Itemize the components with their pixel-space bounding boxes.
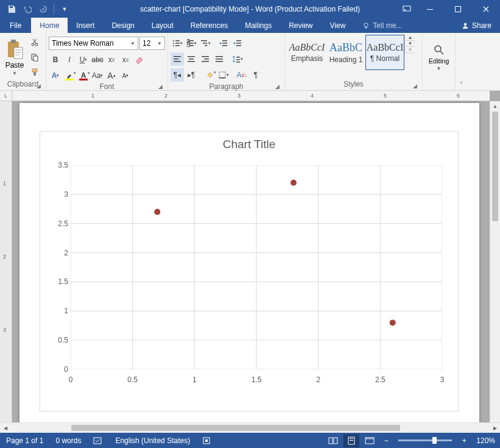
web-layout-button[interactable] — [362, 434, 378, 447]
align-center-button[interactable] — [185, 52, 198, 66]
cut-button[interactable] — [28, 36, 41, 49]
style-heading1[interactable]: AaBbC Heading 1 — [326, 35, 365, 70]
svg-rect-36 — [236, 43, 241, 44]
zoom-slider[interactable] — [398, 439, 452, 441]
increase-indent-button[interactable] — [231, 37, 244, 50]
shading-button[interactable]: ▾ — [203, 68, 216, 82]
borders-button[interactable]: ▾ — [217, 68, 230, 82]
scroll-left-button[interactable]: ◀ — [0, 423, 10, 433]
paste-button[interactable]: Paste ▼ — [2, 35, 27, 80]
zoom-in-button[interactable]: + — [458, 436, 470, 445]
font-name-select[interactable]: Times New Roman▼ — [49, 37, 138, 50]
collapse-ribbon-button[interactable]: ˄ — [456, 33, 467, 90]
minimize-button[interactable] — [416, 0, 444, 18]
shrink-font-button[interactable]: A▾ — [119, 69, 132, 82]
data-point-1 — [154, 209, 160, 215]
read-mode-button[interactable] — [325, 434, 341, 447]
style-normal[interactable]: AaBbCcI ¶ Normal — [365, 35, 404, 70]
strikethrough-button[interactable]: abc — [91, 53, 104, 66]
tab-insert[interactable]: Insert — [68, 18, 103, 33]
font-launcher[interactable]: ◢ — [157, 83, 164, 90]
style-emphasis[interactable]: AaBbCcI Emphasis — [287, 35, 326, 70]
tab-mailings[interactable]: Mailings — [236, 18, 280, 33]
tab-home[interactable]: Home — [31, 18, 68, 33]
font-name-value: Times New Roman — [52, 39, 114, 48]
superscript-button[interactable]: x2 — [119, 53, 132, 66]
underline-button[interactable]: U▾ — [77, 53, 90, 66]
font-color-button[interactable]: A▾ — [77, 69, 90, 82]
tab-layout[interactable]: Layout — [143, 18, 182, 33]
tab-file[interactable]: File — [0, 18, 31, 33]
bullets-button[interactable]: ▾ — [171, 37, 184, 50]
scroll-thumb-h[interactable] — [71, 425, 400, 431]
status-page[interactable]: Page 1 of 1 — [0, 436, 49, 445]
styles-scroll[interactable]: ▲▼≡ — [404, 35, 415, 53]
zoom-thumb[interactable] — [432, 437, 437, 444]
change-case-button[interactable]: Aa▾ — [91, 69, 104, 82]
subscript-button[interactable]: x2 — [105, 53, 118, 66]
page[interactable]: Chart Title 0 0.5 1 1.5 2 2.5 3 3.5 — [19, 103, 479, 426]
highlight-button[interactable]: ▾ — [63, 69, 76, 82]
ltr-button[interactable]: ¶◂ — [171, 68, 184, 82]
show-marks-button[interactable]: ¶ — [249, 68, 262, 82]
copy-button[interactable] — [28, 51, 41, 64]
multilevel-button[interactable]: ▾ — [199, 37, 212, 50]
scrollbar-vertical[interactable]: ▲ ▼ — [490, 101, 500, 432]
status-macro[interactable] — [196, 436, 217, 445]
line-spacing-button[interactable]: ▾ — [231, 52, 244, 66]
bold-button[interactable]: B — [49, 53, 62, 66]
style-emphasis-label: Emphasis — [291, 54, 323, 63]
sort-button[interactable]: AZ↓ — [235, 68, 248, 82]
save-icon[interactable] — [5, 2, 18, 16]
status-language[interactable]: English (United States) — [109, 436, 196, 445]
status-proofing[interactable] — [87, 436, 109, 445]
justify-button[interactable] — [213, 52, 226, 66]
svg-rect-1 — [403, 6, 410, 11]
qat-customize-icon[interactable]: ▼ — [58, 2, 71, 16]
maximize-button[interactable] — [444, 0, 472, 18]
status-words[interactable]: 0 words — [49, 436, 87, 445]
paragraph-launcher[interactable]: ◢ — [273, 83, 281, 90]
scrollbar-horizontal[interactable]: ◀ ▶ — [0, 422, 500, 433]
rtl-button[interactable]: ▸¶ — [185, 68, 198, 82]
clipboard-launcher[interactable]: ◢ — [35, 82, 42, 90]
text-effects-button[interactable]: A▾ — [49, 69, 62, 82]
svg-rect-4 — [456, 6, 461, 12]
ruler-vertical[interactable]: 1 2 3 — [0, 101, 12, 432]
scroll-thumb-v[interactable] — [492, 112, 498, 221]
italic-button[interactable]: I — [63, 53, 76, 66]
align-right-button[interactable] — [199, 52, 212, 66]
find-button[interactable] — [433, 44, 445, 56]
undo-icon[interactable] — [21, 2, 34, 16]
zoom-out-button[interactable]: − — [380, 436, 392, 445]
grow-font-button[interactable]: A▴ — [105, 69, 118, 82]
redo-icon[interactable] — [37, 2, 50, 16]
align-left-button[interactable] — [171, 52, 184, 66]
tab-review[interactable]: Review — [280, 18, 321, 33]
svg-rect-46 — [202, 61, 209, 62]
ruler-corner[interactable]: L — [0, 91, 12, 101]
numbering-button[interactable]: 123▾ — [185, 37, 198, 50]
tab-references[interactable]: References — [182, 18, 236, 33]
chart[interactable]: Chart Title 0 0.5 1 1.5 2 2.5 3 3.5 — [40, 131, 459, 411]
tab-view[interactable]: View — [322, 18, 354, 33]
format-painter-button[interactable] — [28, 65, 41, 79]
styles-launcher[interactable]: ◢ — [411, 82, 418, 90]
tell-me[interactable]: Tell me... — [354, 18, 410, 33]
ruler-horizontal[interactable]: 1 2 3 4 5 6 — [12, 91, 490, 101]
scroll-up-button[interactable]: ▲ — [490, 101, 500, 112]
svg-rect-44 — [202, 56, 209, 57]
font-size-select[interactable]: 12▼ — [139, 37, 165, 50]
share-button[interactable]: Share — [453, 18, 500, 33]
ribbon-tabs: File Home Insert Design Layout Reference… — [0, 18, 500, 33]
tab-design[interactable]: Design — [103, 18, 143, 33]
clear-format-button[interactable] — [133, 53, 146, 66]
svg-rect-2 — [404, 9, 406, 10]
svg-rect-47 — [216, 56, 223, 57]
zoom-level[interactable]: 120% — [473, 436, 495, 445]
scroll-right-button[interactable]: ▶ — [490, 423, 500, 433]
ribbon-options-icon[interactable] — [398, 0, 416, 18]
print-layout-button[interactable] — [343, 434, 359, 447]
decrease-indent-button[interactable] — [217, 37, 230, 50]
close-button[interactable] — [472, 0, 500, 18]
